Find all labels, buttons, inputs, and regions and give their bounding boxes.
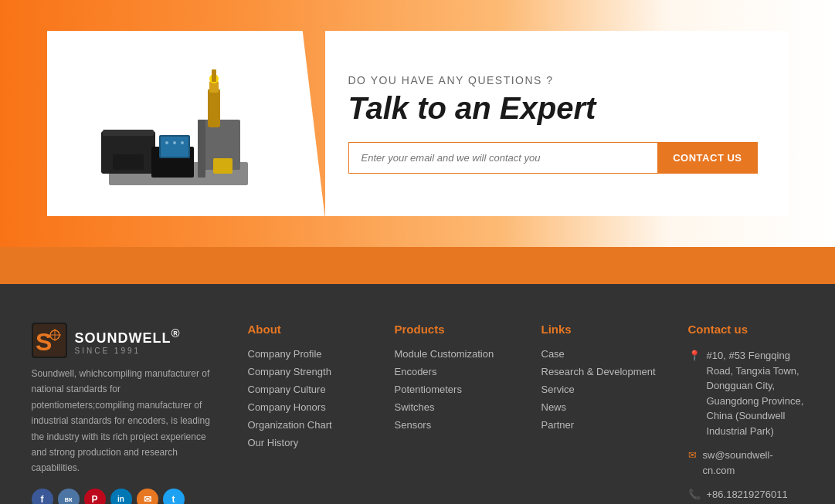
about-organization-chart-link[interactable]: Organization Chart	[248, 419, 364, 431]
links-case-link[interactable]: Case	[541, 348, 657, 360]
about-our-history-link[interactable]: Our History	[248, 437, 364, 448]
footer-links-col: Links Case Research & Development Servic…	[541, 323, 657, 504]
links-rd-link[interactable]: Research & Development	[541, 366, 657, 377]
products-module-customization-link[interactable]: Module Customization	[395, 348, 511, 360]
footer-brand: S SOUNDWELL® SINCE 1991 Soundwell, which…	[32, 323, 217, 504]
contact-address: 📍 #10, #53 Fengqing Road, Tangxia Town, …	[688, 348, 804, 438]
product-image	[63, 46, 279, 201]
svg-point-15	[173, 141, 176, 144]
about-company-profile-link[interactable]: Company Profile	[248, 348, 364, 360]
contact-email: ✉ sw@soundwell-cn.com	[688, 448, 804, 478]
phone-icon: 📞	[688, 487, 701, 502]
soundwell-logo-icon: S	[32, 323, 67, 358]
email-contact-icon: ✉	[688, 448, 697, 478]
svg-point-16	[181, 141, 184, 144]
brand-logo: S SOUNDWELL® SINCE 1991	[32, 323, 217, 358]
links-news-link[interactable]: News	[541, 401, 657, 413]
svg-rect-6	[208, 89, 220, 127]
brand-name-wrap: SOUNDWELL® SINCE 1991	[75, 326, 181, 355]
facebook-icon[interactable]: f	[32, 489, 53, 504]
footer: S SOUNDWELL® SINCE 1991 Soundwell, which…	[0, 284, 835, 504]
svg-rect-12	[113, 154, 144, 170]
about-company-culture-link[interactable]: Company Culture	[248, 384, 364, 395]
email-icon[interactable]: ✉	[137, 489, 158, 504]
contact-us-button[interactable]: CONTACT US	[657, 142, 757, 174]
contact-phone: 📞 +86.18219276011	[688, 487, 804, 502]
vk-icon[interactable]: вк	[58, 489, 80, 504]
twitter-icon[interactable]: t	[163, 489, 185, 504]
linkedin-icon[interactable]: in	[110, 489, 132, 504]
brand-description: Soundwell, whichcompiling manufacturer o…	[32, 366, 217, 476]
orange-divider	[0, 247, 835, 284]
pinterest-icon[interactable]: P	[84, 489, 106, 504]
links-partner-link[interactable]: Partner	[541, 419, 657, 431]
svg-point-14	[165, 141, 168, 144]
svg-rect-9	[212, 69, 216, 82]
products-switches-link[interactable]: Switches	[395, 401, 511, 413]
hero-subtitle: DO YOU HAVE ANY QUESTIONS ?	[348, 74, 758, 86]
hero-title: Talk to an Expert	[348, 91, 758, 125]
svg-rect-5	[198, 120, 205, 178]
location-icon: 📍	[688, 348, 701, 438]
about-company-honors-link[interactable]: Company Honors	[248, 401, 364, 413]
about-company-strength-link[interactable]: Company Strength	[248, 366, 364, 377]
hero-section: DO YOU HAVE ANY QUESTIONS ? Talk to an E…	[0, 0, 835, 247]
about-col-title: About	[248, 323, 364, 336]
hero-image-panel	[47, 31, 325, 216]
products-potentiometers-link[interactable]: Potentiometers	[395, 384, 511, 395]
svg-text:S: S	[36, 328, 52, 356]
social-icons: f вк P in ✉ t	[32, 489, 217, 504]
products-sensors-link[interactable]: Sensors	[395, 419, 511, 431]
brand-name: SOUNDWELL®	[75, 326, 181, 347]
contact-col-title: Contact us	[688, 323, 804, 336]
links-col-title: Links	[541, 323, 657, 336]
svg-rect-11	[161, 137, 188, 157]
links-service-link[interactable]: Service	[541, 384, 657, 395]
footer-contact-col: Contact us 📍 #10, #53 Fengqing Road, Tan…	[688, 323, 804, 504]
footer-products-col: Products Module Customization Encoders P…	[395, 323, 511, 504]
hero-content-panel: DO YOU HAVE ANY QUESTIONS ? Talk to an E…	[325, 31, 789, 216]
svg-rect-13	[213, 158, 233, 174]
footer-about-col: About Company Profile Company Strength C…	[248, 323, 364, 504]
svg-rect-2	[103, 130, 154, 136]
email-input[interactable]	[348, 142, 658, 174]
brand-since: SINCE 1991	[75, 347, 181, 355]
products-encoders-link[interactable]: Encoders	[395, 366, 511, 377]
hero-form: CONTACT US	[348, 142, 758, 174]
products-col-title: Products	[395, 323, 511, 336]
